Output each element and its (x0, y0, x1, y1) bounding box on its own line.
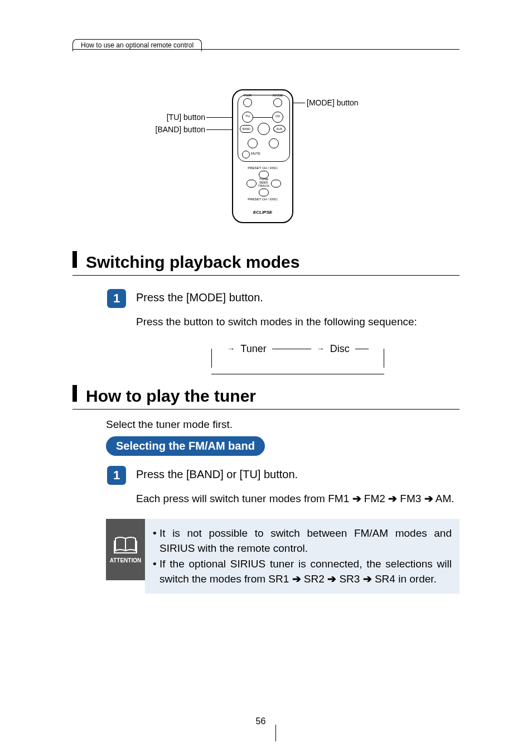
remote-control-illustration: PWR MODE TU CD BAND AUX MUTE PRESET CH /… (232, 89, 293, 223)
tst-text: TUNE SEEK TRACK (258, 177, 270, 187)
section-title: Switching playback modes (86, 253, 299, 272)
preset-text: PRESET CH / DISC (233, 166, 292, 170)
remote-figure: [MODE] button [TU] button [BAND] button … (0, 89, 532, 234)
tu-text: TU (243, 114, 253, 118)
step-text: Press the button to switch modes in the … (136, 314, 460, 330)
mode-label: [MODE] button (307, 98, 359, 107)
header-rule (72, 49, 460, 50)
band-label: [BAND] button (94, 125, 205, 134)
tu-label: [TU] button (94, 113, 205, 122)
step-title: Press the [BAND] or [TU] button. (136, 468, 456, 481)
section-how-to-play-tuner: How to play the tuner Select the tuner m… (72, 385, 460, 594)
attention-block: ATTENTION • It is not possible to switch… (72, 519, 460, 594)
section-marker (72, 385, 77, 402)
preset-text-2: PRESET CH / DISC (233, 198, 292, 201)
page-number: 56 (0, 714, 532, 730)
attention-bullet: It is not possible to switch between FM/… (159, 526, 452, 556)
pwr-text: PWR (241, 94, 254, 97)
attention-body: • It is not possible to switch between F… (145, 519, 460, 594)
aux-text: AUX (273, 125, 286, 133)
section-switching-modes: Switching playback modes 1 Press the [MO… (72, 251, 460, 374)
brand-text: ECLIPSE (233, 210, 292, 215)
step-number: 1 (107, 466, 126, 485)
attention-bullet: If the optional SIRIUS tuner is connecte… (159, 556, 452, 587)
mode-text: MODE (271, 94, 284, 97)
loop-node: Tuner (240, 343, 266, 355)
attention-icon: ATTENTION (106, 519, 145, 580)
attention-label: ATTENTION (110, 557, 141, 564)
mute-text: MUTE (251, 152, 260, 155)
step-title: Press the [MODE] button. (136, 291, 460, 304)
subheading-pill: Selecting the FM/AM band (106, 436, 265, 456)
step-number: 1 (107, 289, 126, 308)
section-intro: Select the tuner mode first. (106, 418, 460, 431)
cd-text: CD (273, 114, 283, 118)
band-text: BAND (240, 125, 253, 133)
loop-node: Disc (330, 343, 350, 355)
step-text: Each press will switch tuner modes from … (136, 491, 456, 507)
mode-loop-diagram: → Tuner → Disc (211, 343, 384, 374)
section-marker (72, 251, 77, 268)
book-icon (113, 535, 138, 554)
section-title: How to play the tuner (86, 387, 256, 406)
